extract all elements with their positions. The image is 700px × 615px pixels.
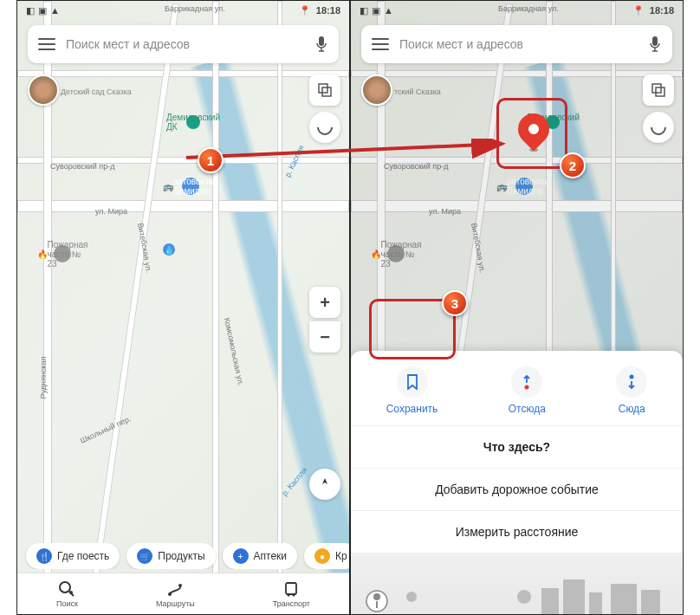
poi-water[interactable]: 💧 [163,243,175,256]
svg-rect-21 [641,590,660,614]
svg-rect-11 [652,36,658,46]
screenshot-left: ул. Мира Суворовский пр-д Баррикадная ул… [16,0,350,615]
svg-point-4 [60,582,70,592]
whats-here-button[interactable]: Что здесь? [351,426,683,469]
more-icon: ● [314,548,330,564]
location-icon: 📍 [632,5,645,16]
bottom-nav: Поиск Маршруты Транспорт [17,573,349,614]
annotation-badge-1: 1 [198,147,224,173]
poi-bus-station[interactable]: 🚌автовокзал Демидов [182,178,199,195]
location-icon: 📍 [299,5,311,16]
svg-rect-13 [656,87,664,96]
svg-rect-19 [589,592,602,614]
status-bar: ◧▣▲ 📍18:18 [351,1,683,20]
arrow-up-icon [511,366,542,398]
street-label: Руднянская [39,357,48,399]
food-icon: 🍴 [36,548,52,564]
chip-products[interactable]: 🛒Продукты [126,543,215,569]
nav-routes[interactable]: Маршруты [156,580,195,608]
svg-rect-20 [611,584,637,614]
search-placeholder[interactable]: Поиск мест и адресов [66,37,304,51]
street-label: Школьный пер. [79,414,133,445]
bus-icon [282,580,300,598]
skyline-illustration [351,571,683,614]
sheet-actions: Сохранить Отсюда Сюда [351,351,683,425]
bookmark-icon [397,366,428,398]
layers-button[interactable] [309,74,340,106]
avatar[interactable] [28,74,59,106]
search-placeholder[interactable]: Поиск мест и адресов [399,37,638,51]
poi-kindergarten-label: Детский сад Сказка [61,87,132,96]
add-event-button[interactable]: Добавить дорожное событие [351,469,683,511]
svg-point-22 [517,590,531,604]
svg-rect-18 [563,579,585,614]
svg-point-9 [288,593,290,596]
status-time: 18:18 [316,5,340,16]
chip-more[interactable]: ●Кр [304,543,349,569]
to-here-button[interactable]: Сюда [616,366,647,415]
svg-point-10 [293,593,295,596]
arrow-down-icon [616,366,647,398]
mic-icon[interactable] [648,36,662,53]
svg-rect-8 [286,583,296,594]
search-bar[interactable]: Поиск мест и адресов [28,25,339,63]
poi-culture-house[interactable]: Демидовский ДК [186,115,200,129]
annotation-badge-3: 3 [442,290,468,316]
bottom-sheet: Сохранить Отсюда Сюда Что здесь? Добавит… [351,351,683,614]
map-pin[interactable] [518,113,549,152]
compass-button[interactable] [309,469,340,500]
svg-rect-17 [541,588,559,614]
svg-point-16 [630,375,634,379]
svg-rect-0 [319,36,324,46]
from-here-button[interactable]: Отсюда [509,366,546,415]
svg-point-6 [168,592,172,596]
menu-icon[interactable] [372,38,389,50]
chip-food[interactable]: 🍴Где поесть [26,543,120,569]
avatar[interactable] [361,74,392,106]
status-time: 18:18 [650,5,674,16]
traffic-button[interactable] [643,112,674,143]
svg-point-25 [373,593,380,600]
nav-search[interactable]: Поиск [56,580,78,608]
svg-point-14 [651,120,665,134]
search-icon [58,580,75,598]
menu-icon[interactable] [38,38,55,50]
street-label: ул. Мира [95,207,127,216]
sheet-footer [351,554,683,614]
svg-point-7 [178,584,182,587]
traffic-button[interactable] [309,112,340,143]
plus-icon: + [233,548,249,564]
map-canvas[interactable]: ул. Мира Суворовский пр-д Баррикадная ул… [17,1,349,614]
status-icons-left: ◧▣▲ [360,5,393,16]
mic-icon[interactable] [314,36,328,53]
poi-fire-station[interactable]: 🔥Пожарная часть № 23 [54,245,71,262]
zoom-in-button[interactable]: + [309,287,340,318]
svg-rect-1 [319,84,327,93]
screenshot-right: ул. Мира Суворовский пр-д Баррикадная ул… [350,0,684,615]
pin-icon [512,107,556,152]
svg-point-5 [69,591,73,594]
street-label: Суворовский пр-д [50,162,115,171]
status-icons-left: ◧▣▲ [26,5,60,16]
sheet-list: Что здесь? Добавить дорожное событие Изм… [351,425,683,554]
category-chips: 🍴Где поесть 🛒Продукты +Аптеки ●Кр [17,543,349,569]
cart-icon: 🛒 [137,548,152,564]
layers-button[interactable] [643,74,674,106]
svg-rect-2 [322,87,331,96]
save-button[interactable]: Сохранить [386,366,438,415]
nav-transport[interactable]: Транспорт [273,580,310,608]
svg-point-3 [318,120,332,134]
svg-point-23 [406,592,417,602]
measure-button[interactable]: Измерить расстояние [351,511,683,554]
zoom-out-button[interactable]: − [309,321,340,353]
routes-icon [166,580,184,598]
annotation-badge-2: 2 [560,152,586,178]
svg-point-15 [525,385,529,390]
svg-rect-12 [652,84,661,93]
chip-pharmacy[interactable]: +Аптеки [223,543,298,569]
status-bar: ◧▣▲ 📍18:18 [17,1,349,20]
street-label: Комсомольская ул. [223,317,245,386]
search-bar[interactable]: Поиск мест и адресов [361,25,672,63]
